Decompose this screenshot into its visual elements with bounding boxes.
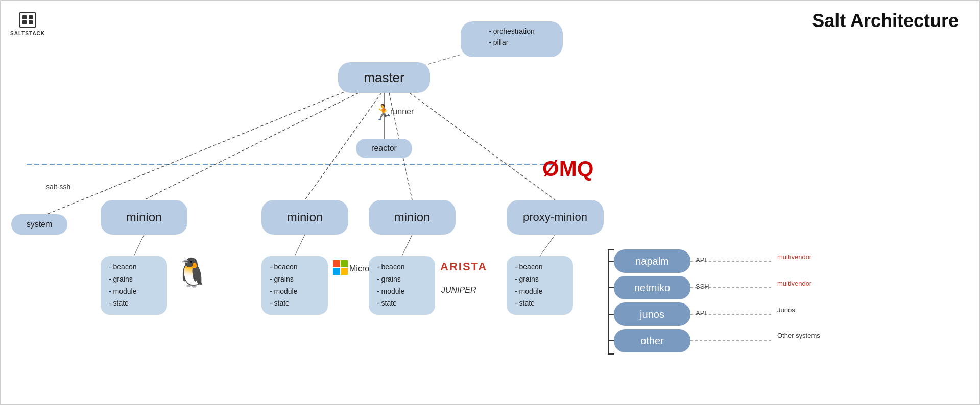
info-box-proxy: - beacon- grains- module- state [507, 256, 573, 315]
orchestration-text: - orchestration - pillar [489, 26, 534, 48]
junos-side-label: Junos [777, 306, 795, 314]
node-master: master [338, 62, 430, 93]
multivendor1-label: multivendor [777, 253, 811, 261]
tux-icon: 🐧 [175, 256, 210, 289]
proxy-label: proxy-minion [523, 211, 587, 224]
svg-rect-24 [29, 20, 33, 24]
page-title: Salt Architecture [812, 10, 959, 32]
minion3-label: minion [394, 210, 431, 224]
saltstack-logo: SALTSTACK [10, 10, 45, 36]
svg-line-3 [144, 93, 358, 200]
node-minion1: minion [101, 200, 187, 235]
node-minion3: minion [369, 200, 456, 235]
minion1-label: minion [126, 210, 162, 224]
runner-label: runner [390, 107, 414, 116]
node-reactor: reactor [356, 139, 412, 158]
node-proxy: proxy-minion [507, 200, 604, 235]
napalm-label: napalm [635, 256, 669, 267]
sub-node-junos: junos [614, 302, 690, 326]
system-label: system [27, 220, 53, 229]
microsoft-logo: Microsoft [333, 260, 369, 279]
other-systems-label: Other systems [777, 332, 820, 339]
svg-rect-27 [333, 268, 340, 275]
reactor-label: reactor [371, 144, 397, 153]
svg-line-6 [410, 93, 555, 200]
svg-line-7 [47, 90, 348, 214]
minion2-label: minion [287, 210, 323, 224]
svg-rect-21 [22, 15, 27, 19]
svg-text:Microsoft: Microsoft [349, 264, 369, 273]
node-minion2: minion [261, 200, 348, 235]
salt-ssh-label: salt-ssh [46, 183, 70, 191]
main-container: SALTSTACK Salt Architecture - orchestrat… [0, 0, 980, 405]
api2-label: API [696, 309, 706, 317]
ssh-label: SSH [696, 283, 709, 290]
api1-label: API [696, 256, 706, 264]
logo-text: SALTSTACK [10, 31, 45, 36]
svg-rect-25 [333, 260, 340, 267]
junos-label: junos [640, 309, 664, 320]
info-box-minion2: - beacon- grains- module- state [261, 256, 328, 315]
multivendor2-label: multivendor [777, 280, 811, 287]
svg-rect-28 [341, 268, 348, 275]
master-label: master [364, 70, 404, 86]
sub-node-napalm: napalm [614, 249, 690, 273]
node-system: system [11, 214, 67, 235]
arista-label: ARISTA [440, 260, 487, 273]
zmq-label: ØMQ [542, 157, 593, 181]
svg-rect-22 [29, 15, 33, 19]
sub-node-other: other [614, 329, 690, 352]
bracket-line [608, 249, 614, 355]
svg-line-11 [540, 235, 555, 256]
info-box-minion3: - beacon- grains- module- state [369, 256, 435, 315]
svg-rect-23 [22, 20, 27, 24]
netmiko-label: netmiko [634, 282, 670, 294]
juniper-label: JUNIPER [441, 286, 476, 295]
svg-line-8 [134, 235, 144, 256]
sub-node-netmiko: netmiko [614, 276, 690, 299]
other-label: other [640, 335, 664, 347]
svg-rect-20 [19, 12, 36, 28]
svg-line-10 [402, 235, 412, 256]
node-orchestration: - orchestration - pillar [461, 21, 563, 57]
info-box-minion1: - beacon- grains- module- state [101, 256, 167, 315]
svg-line-9 [295, 235, 305, 256]
svg-rect-26 [341, 260, 348, 267]
